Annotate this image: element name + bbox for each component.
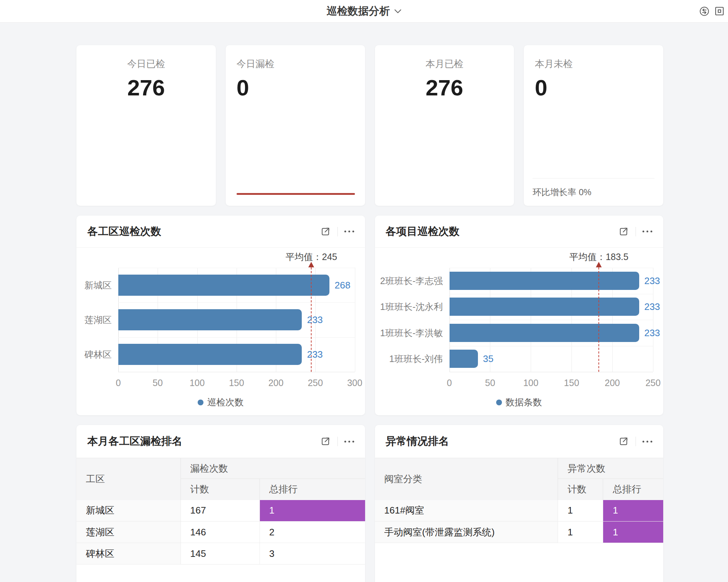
average-value-label: 平均值：183.5 [569,251,629,263]
bar-1班班长-李洪敏[interactable] [450,324,639,342]
table-row[interactable]: 碑林区1453 [76,543,365,565]
panel-tools [320,226,354,237]
cell-rank: 3 [260,543,365,565]
bar-1班班长-沈永利[interactable] [450,298,639,316]
stat-cards-row: 今日已检276今日漏检0本月已检276本月未检0环比增长率 0% [76,45,663,206]
more-options-button[interactable] [642,441,652,443]
ellipsis-icon [344,231,354,232]
more-options-button[interactable] [344,231,354,232]
legend-label: 数据条数 [506,396,542,408]
swap-arrows-icon [699,6,709,16]
x-tick-label: 300 [347,378,363,388]
category-label: 碑林区 [84,349,112,361]
panel-tools [618,226,652,237]
stat-label: 今日已检 [87,58,205,70]
cell-count: 145 [181,543,260,565]
average-arrow-icon [308,262,314,267]
table-row[interactable]: 161#阀室11 [375,500,664,522]
exit-fullscreen-button[interactable] [715,6,724,16]
column-header-dimension: 阀室分类 [375,458,558,500]
bar-value-label: 233 [307,349,323,360]
export-button[interactable] [618,226,629,237]
stat-card-0: 今日已检276 [76,45,216,206]
tools-divider [337,437,338,446]
x-tick-label: 200 [268,378,284,388]
legend-item[interactable]: 数据条数 [375,396,664,408]
x-tick-label: 150 [564,378,579,388]
x-tick-label: 250 [308,378,323,388]
bar-plot: 0501001502002502班班长-李志强2331班班长-沈永利2331班班… [450,268,653,372]
column-header-rank: 总排行 [260,479,365,500]
stat-footer-growth-rate: 环比增长率 0% [533,178,654,206]
cell-dimension: 莲湖区 [76,522,181,543]
category-label: 1班班长-沈永利 [380,301,443,313]
topbar: 巡检数据分析 [0,0,728,23]
stat-value: 0 [535,75,652,101]
dashboard-title-dropdown[interactable]: 巡检数据分析 [327,4,401,19]
bar-value-label: 233 [644,301,660,312]
bar-chart-projects: 0501001502002502班班长-李志强2331班班长-沈永利2331班班… [375,248,664,415]
stat-value: 276 [87,75,205,101]
x-tick-label: 50 [153,378,163,388]
cell-dimension: 碑林区 [76,543,181,565]
export-button[interactable] [320,226,331,237]
cell-rank: 1 [260,500,365,522]
bar-2班班长-李志强[interactable] [450,272,639,290]
gridline-h [450,320,653,320]
bar-value-label: 233 [307,314,323,326]
export-button[interactable] [618,436,629,447]
exit-fullscreen-icon [715,6,724,16]
x-tick-label: 100 [523,378,538,388]
bar-1班班长-刘伟[interactable] [450,350,478,368]
legend-label: 巡检次数 [207,396,244,408]
tools-divider [636,227,636,236]
gridline-h [450,346,653,346]
column-header-count: 计数 [181,479,260,500]
bar-chart-workzones: 050100150200250300新城区268莲湖区233碑林区233平均值：… [76,248,365,415]
stat-value: 0 [237,75,354,101]
average-value-label: 平均值：245 [286,251,337,263]
cell-dimension: 手动阀室(带泄露监测系统) [375,522,558,543]
panel-tools [320,436,354,447]
gridline-h [450,372,653,372]
panel-header: 各项目巡检次数 [375,216,664,248]
cell-count: 1 [558,522,603,543]
bar-plot: 050100150200250300新城区268莲湖区233碑林区233平均值：… [118,268,355,372]
category-label: 2班班长-李志强 [380,275,443,287]
table-card-anomaly-ranking: 异常情况排名 [375,425,664,582]
bar-value-label: 233 [644,327,660,338]
more-options-button[interactable] [344,441,354,443]
stat-card-2: 本月已检276 [375,45,514,206]
more-options-button[interactable] [642,231,652,232]
ellipsis-icon [344,441,354,443]
cell-rank: 2 [260,522,365,543]
table-row[interactable]: 手动阀室(带泄露监测系统)11 [375,522,664,543]
cell-rank: 1 [603,500,663,522]
table-row[interactable]: 莲湖区1462 [76,522,365,543]
bar-碑林区[interactable] [118,344,302,365]
legend-item[interactable]: 巡检次数 [76,396,365,408]
swap-view-button[interactable] [699,6,709,16]
x-tick-label: 0 [447,378,452,388]
export-button[interactable] [320,436,331,447]
chart-card-workzone-inspections: 各工区巡检次数 050100150200250300新城区268莲湖区233碑林… [76,216,365,415]
column-header-rank: 总排行 [603,479,663,500]
column-header-measure: 漏检次数 [181,458,365,479]
stat-label: 本月已检 [386,58,503,70]
column-header-dimension: 工区 [76,458,181,500]
category-label: 新城区 [84,279,112,291]
stat-accent-line [237,193,355,195]
stat-card-1: 今日漏检0 [226,45,365,206]
stat-label: 本月未检 [535,58,652,70]
bar-新城区[interactable] [118,275,329,296]
table-row[interactable]: 新城区1671 [76,500,365,522]
legend-dot-icon [198,400,203,405]
ellipsis-icon [642,231,652,232]
legend-dot-icon [496,400,502,405]
bar-莲湖区[interactable] [118,309,302,330]
cell-dimension: 新城区 [76,500,181,522]
gridline-h [118,268,355,268]
panel-title: 异常情况排名 [386,434,618,449]
stat-label: 今日漏检 [237,58,354,70]
export-icon [618,226,629,237]
